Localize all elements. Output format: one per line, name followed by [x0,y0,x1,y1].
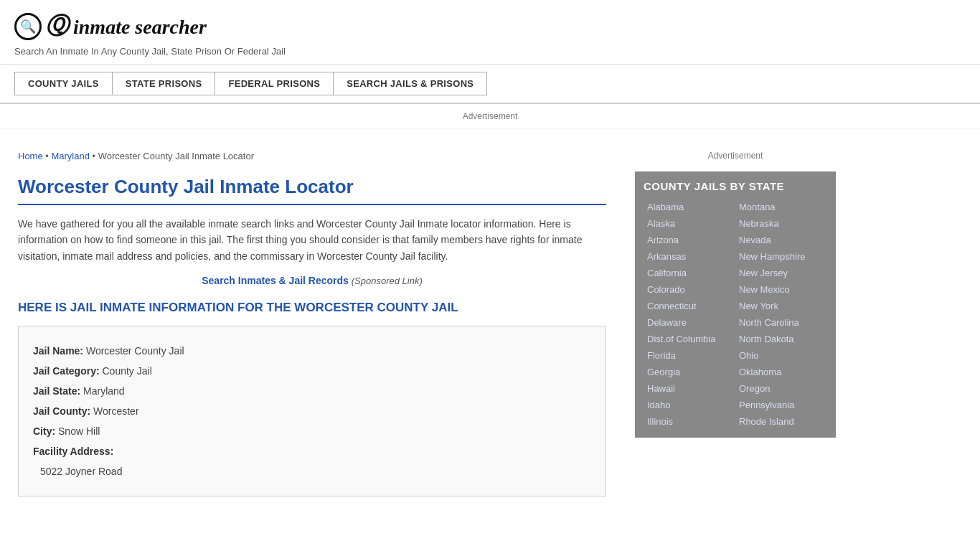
section-heading: HERE IS JAIL INMATE INFORMATION FOR THE … [18,301,606,315]
sidebar-state-alabama[interactable]: Alabama [644,199,735,215]
sidebar-state-nevada[interactable]: Nevada [735,232,827,248]
jail-county-row: Jail County: Worcester [33,401,591,421]
sidebar-state-nebraska[interactable]: Nebraska [735,216,827,231]
sidebar-state-delaware[interactable]: Delaware [644,315,735,330]
breadcrumb: Home • Maryland • Worcester County Jail … [18,147,606,161]
nav-bar: COUNTY JAILS STATE PRISONS FEDERAL PRISO… [0,65,980,104]
sponsored-label: (Sponsored Link) [352,276,423,286]
nav-inner: COUNTY JAILS STATE PRISONS FEDERAL PRISO… [14,72,966,95]
sidebar-state-idaho[interactable]: Idaho [644,397,735,413]
jail-state-row: Jail State: Maryland [33,381,591,401]
top-ad-banner: Advertisement [0,104,980,129]
main-container: Home • Maryland • Worcester County Jail … [0,136,980,507]
sidebar-state-illinois[interactable]: Illinois [644,414,735,429]
breadcrumb-state[interactable]: Maryland [51,151,89,161]
sidebar: Advertisement COUNTY JAILS BY STATE Alab… [624,136,847,507]
jail-info-box: Jail Name: Worcester County Jail Jail Ca… [18,326,606,496]
sidebar-state-colorado[interactable]: Colorado [644,282,735,297]
search-link-area: Search Inmates & Jail Records (Sponsored… [18,275,606,286]
tagline: Search An Inmate In Any County Jail, Sta… [14,46,966,57]
sidebar-state-oklahoma[interactable]: Oklahoma [735,364,827,380]
jail-address-row: Facility Address: 5022 Joyner Road [33,441,591,481]
sidebar-state-new-york[interactable]: New York [735,298,827,314]
content-area: Home • Maryland • Worcester County Jail … [0,136,624,507]
jail-city-row: City: Snow Hill [33,421,591,441]
sidebar-state-montana[interactable]: Montana [735,199,827,215]
sidebar-state-new-jersey[interactable]: New Jersey [735,265,827,281]
sidebar-state-new-mexico[interactable]: New Mexico [735,282,827,297]
description-text: We have gathered for you all the availab… [18,216,606,264]
sidebar-state-oregon[interactable]: Oregon [735,381,827,396]
sidebar-state-new-hampshire[interactable]: New Hampshire [735,249,827,264]
sidebar-state-pennsylvania[interactable]: Pennsylvania [735,397,827,413]
sidebar-state-hawaii[interactable]: Hawaii [644,381,735,396]
state-box-title: COUNTY JAILS BY STATE [644,180,827,192]
logo-area: 🔍 Ⓠ inmate searcher [14,11,966,42]
nav-county-jails[interactable]: COUNTY JAILS [14,72,113,95]
state-grid: AlabamaMontanaAlaskaNebraskaArizonaNevad… [644,199,827,429]
sidebar-state-north-carolina[interactable]: North Carolina [735,315,827,330]
page-title: Worcester County Jail Inmate Locator [18,176,606,205]
breadcrumb-current: Worcester County Jail Inmate Locator [98,151,254,161]
sidebar-state-california[interactable]: California [644,265,735,281]
jail-category-row: Jail Category: County Jail [33,361,591,381]
sidebar-state-rhode-island[interactable]: Rhode Island [735,414,827,429]
sidebar-state-arkansas[interactable]: Arkansas [644,249,735,264]
logo-icon: 🔍 [14,13,42,40]
search-inmates-link[interactable]: Search Inmates & Jail Records [202,275,349,286]
sidebar-state-north-dakota[interactable]: North Dakota [735,331,827,347]
nav-federal-prisons[interactable]: FEDERAL PRISONS [215,72,334,95]
sidebar-state-alaska[interactable]: Alaska [644,216,735,231]
sidebar-state-connecticut[interactable]: Connecticut [644,298,735,314]
sidebar-state-georgia[interactable]: Georgia [644,364,735,380]
sidebar-state-ohio[interactable]: Ohio [735,348,827,363]
breadcrumb-home[interactable]: Home [18,151,43,161]
logo-text: Ⓠ inmate searcher [45,11,207,42]
jail-name-row: Jail Name: Worcester County Jail [33,341,591,361]
nav-state-prisons[interactable]: STATE PRISONS [113,72,216,95]
state-box: COUNTY JAILS BY STATE AlabamaMontanaAlas… [635,171,836,438]
nav-search-jails[interactable]: SEARCH JAILS & PRISONS [334,72,487,95]
sidebar-ad: Advertisement [635,143,836,171]
header: 🔍 Ⓠ inmate searcher Search An Inmate In … [0,0,980,65]
sidebar-state-arizona[interactable]: Arizona [644,232,735,248]
sidebar-state-florida[interactable]: Florida [644,348,735,363]
sidebar-state-dist.of-columbia[interactable]: Dist.of Columbia [644,331,735,347]
